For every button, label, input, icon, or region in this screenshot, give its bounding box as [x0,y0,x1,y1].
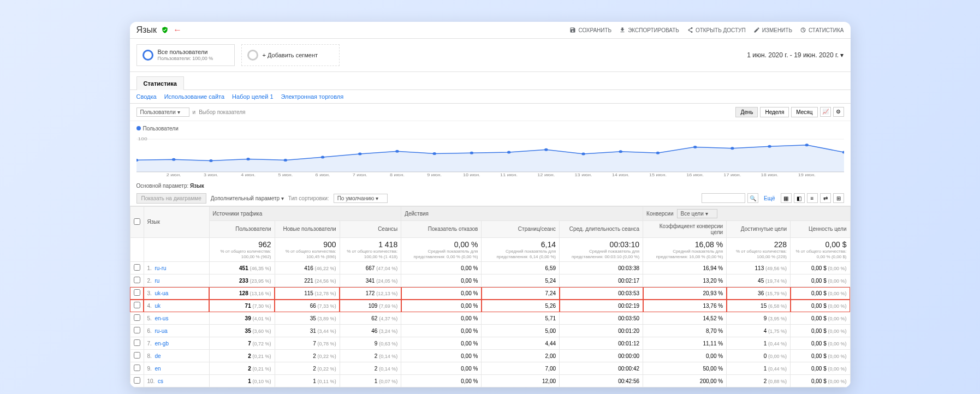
row-checkbox[interactable] [134,314,140,321]
view-table-icon[interactable]: ▦ [781,193,792,203]
totals-row: 962% от общего количества: 100,00 % (962… [130,237,850,261]
svg-point-11 [395,150,399,153]
row-checkbox[interactable] [134,327,140,333]
svg-text:6 июн.: 6 июн. [315,173,330,177]
add-segment-button[interactable]: + Добавить сегмент [241,44,340,66]
row-checkbox[interactable] [134,277,140,283]
table-filter-row: Показать на диаграмме Дополнительный пар… [130,191,851,206]
tab-goals[interactable]: Набор целей 1 [232,93,273,100]
report-tabs: Сводка Использование сайта Набор целей 1… [130,89,851,104]
language-link[interactable]: en-us [155,315,168,321]
svg-point-13 [470,152,473,154]
row-checkbox[interactable] [134,339,140,346]
sort-type-select[interactable]: По умолчанию ▾ [334,194,388,203]
tab-ecom[interactable]: Электронная торговля [281,93,344,100]
row-checkbox[interactable] [134,352,140,359]
segment-all-users[interactable]: Все пользователи Пользователи: 100,00 % [136,44,235,66]
svg-point-21 [768,145,771,148]
svg-point-7 [246,158,250,160]
segment-circle-icon [247,50,258,61]
row-checkbox[interactable] [134,289,140,296]
granularity-month[interactable]: Месяц [791,107,817,117]
tab-usage[interactable]: Использование сайта [164,93,224,100]
table-row[interactable]: 5. en-us39 (4,01 %)35 (3,89 %)62 (4,37 %… [130,312,850,325]
svg-point-6 [209,159,212,162]
verified-shield-icon [161,26,169,34]
table-row[interactable]: 3. uk-ua128 (13,16 %)115 (12,78 %)172 (1… [130,287,850,300]
svg-text:17 июн.: 17 июн. [723,173,741,177]
language-link[interactable]: uk [155,303,161,309]
table-row[interactable]: 6. ru-ua35 (3,60 %)31 (3,44 %)46 (3,24 %… [130,325,850,337]
svg-point-5 [171,158,175,161]
row-checkbox[interactable] [134,302,140,308]
search-icon[interactable]: 🔍 [747,193,758,203]
svg-text:2 июн.: 2 июн. [166,173,181,177]
edit-button[interactable]: ИЗМЕНИТЬ [753,27,792,33]
language-link[interactable]: ru-ru [155,265,166,271]
table-search-input[interactable] [702,193,745,203]
svg-point-15 [544,148,548,151]
export-button[interactable]: ЭКСПОРТИРОВАТЬ [619,27,679,33]
svg-point-12 [432,152,436,155]
svg-text:18 июн.: 18 июн. [761,173,778,177]
view-pivot-icon[interactable]: ⊞ [833,193,844,203]
chart-type-motion-icon[interactable]: ⚙ [833,107,844,117]
granularity-week[interactable]: Неделя [760,107,789,117]
secondary-dimension-select[interactable]: Дополнительный параметр ▾ [211,195,284,201]
tab-summary[interactable]: Сводка [136,93,157,100]
chart-legend: Пользователи [136,124,844,134]
granularity-day[interactable]: День [735,107,758,117]
table-row[interactable]: 10. cs1 (0,10 %)1 (0,11 %)1 (0,07 %)0,00… [130,375,850,387]
table-row[interactable]: 7. en-gb7 (0,72 %)7 (0,78 %)9 (0,63 %)0,… [130,337,850,350]
save-button[interactable]: СОХРАНИТЬ [569,27,611,33]
language-link[interactable]: uk-ua [155,290,168,296]
goal-select[interactable]: Все цели ▾ [677,209,717,218]
chart-type-line-icon[interactable]: 📈 [820,107,831,117]
svg-text:11 июн.: 11 июн. [500,173,518,177]
advanced-link[interactable]: Ещё [764,195,775,201]
view-performance-icon[interactable]: ≡ [807,193,818,203]
topbar: Язык ← СОХРАНИТЬ ЭКСПОРТИРОВАТЬ ОТКРЫТЬ … [130,22,851,39]
date-range-picker[interactable]: 1 июн. 2020 г. - 19 июн. 2020 г. ▾ [747,51,844,59]
annotation-arrow-icon: ← [173,25,182,35]
view-comparison-icon[interactable]: ⇄ [820,193,831,203]
table-row[interactable]: 1. ru-ru451 (46,35 %)416 (46,22 %)667 (4… [130,262,850,274]
svg-text:10 июн.: 10 июн. [462,173,480,177]
chart-controls: Пользователи ▾ и Выбор показателя День Н… [130,104,851,121]
svg-text:19 июн.: 19 июн. [798,173,815,177]
legend-dot-icon [136,126,141,130]
svg-text:9 июн.: 9 июн. [427,173,442,177]
primary-metric-select[interactable]: Пользователи ▾ [136,108,189,117]
svg-point-16 [581,152,585,155]
table-row[interactable]: 9. en2 (0,21 %)2 (0,22 %)2 (0,14 %)0,00 … [130,362,850,375]
share-button[interactable]: ОТКРЫТЬ ДОСТУП [687,27,746,33]
row-checkbox[interactable] [134,264,140,271]
table-row[interactable]: 8. de2 (0,21 %)2 (0,22 %)2 (0,14 %)0,00 … [130,350,850,362]
line-chart: 100 2 июн.3 июн.4 июн.5 июн.6 июн.7 июн.… [136,134,844,177]
show-on-chart-button[interactable]: Показать на диаграмме [136,193,206,204]
page-title: Язык [136,25,157,35]
row-checkbox[interactable] [134,377,140,384]
language-link[interactable]: ru [155,278,159,284]
language-link[interactable]: cs [158,378,163,384]
select-all-checkbox[interactable] [134,218,140,225]
table-row[interactable]: 4. uk71 (7,30 %)66 (7,33 %)109 (7,69 %)0… [130,300,850,312]
row-checkbox[interactable] [134,365,140,371]
primary-parameter-row: Основной параметр: Язык [130,178,851,191]
svg-text:14 июн.: 14 июн. [611,173,629,177]
segment-circle-icon [142,50,153,61]
stats-panel-label: Статистика [136,76,185,90]
svg-point-18 [656,152,659,154]
svg-text:16 июн.: 16 июн. [686,173,704,177]
svg-point-8 [283,159,287,162]
table-row[interactable]: 2. ru233 (23,95 %)221 (24,56 %)341 (24,0… [130,274,850,287]
view-percent-icon[interactable]: ◧ [794,193,805,203]
stats-button[interactable]: СТАТИСТИКА [800,27,844,33]
language-link[interactable]: en [155,366,161,372]
compare-metric-link[interactable]: Выбор показателя [199,109,245,115]
language-link[interactable]: de [155,353,161,359]
language-link[interactable]: ru-ua [155,328,167,334]
svg-point-22 [805,144,808,146]
svg-point-19 [693,146,696,148]
language-link[interactable]: en-gb [155,341,169,347]
